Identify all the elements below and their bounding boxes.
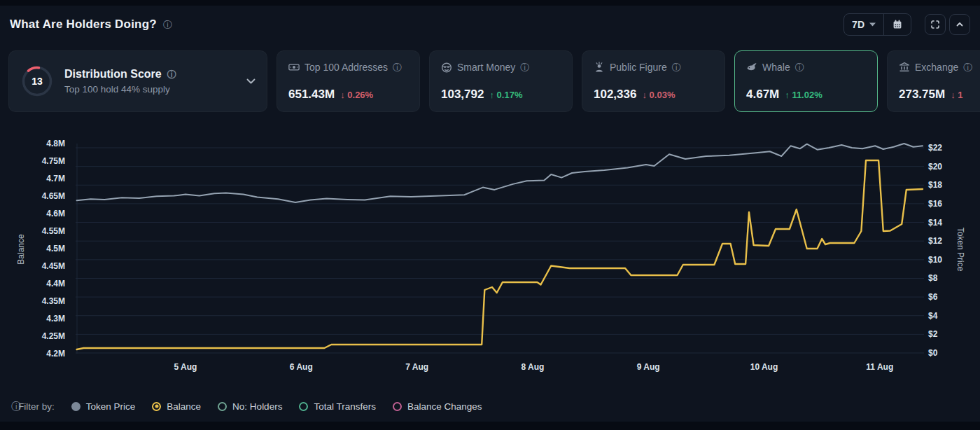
right-tick-label: $10 — [928, 255, 942, 265]
timeframe-control: 7D — [844, 13, 911, 36]
fullscreen-icon — [930, 19, 941, 30]
widget-header: What Are Holders Doing? ⓘ 7D — [0, 6, 980, 42]
right-tick-label: $18 — [928, 180, 942, 190]
chevron-down-icon — [869, 22, 876, 27]
stat-label: Smart Money — [457, 62, 515, 73]
stat-card-top-100-addresses[interactable]: Top 100 Addresses ⓘ 651.43M ↓ 0.26% — [276, 50, 420, 112]
public-figure-icon — [594, 62, 605, 73]
stat-card-exchange[interactable]: Exchange ⓘ 273.75M ↓ 1 — [887, 50, 980, 112]
legend-item-total-transfers[interactable]: Total Transfers — [299, 401, 376, 412]
calendar-icon — [892, 19, 903, 30]
right-tick-label: $12 — [928, 236, 942, 246]
stat-change: ↓ 0.26% — [340, 90, 373, 100]
stat-card-whale[interactable]: Whale ⓘ 4.67M ↑ 11.02% — [734, 50, 878, 112]
right-tick-label: $0 — [928, 348, 937, 358]
distribution-score-value: 13 — [20, 64, 54, 98]
stat-value: 651.43M — [288, 88, 335, 102]
stat-card-public-figure[interactable]: Public Figure ⓘ 102,336 ↓ 0.03% — [582, 50, 725, 112]
title-info-icon[interactable]: ⓘ — [163, 20, 172, 29]
stat-value: 102,336 — [594, 88, 636, 102]
radio-indicator — [152, 402, 161, 411]
chevron-up-icon — [954, 19, 965, 30]
right-tick-label: $6 — [928, 292, 937, 302]
legend-item-label: Balance Changes — [407, 401, 482, 412]
distribution-gauge: 13 — [20, 64, 54, 98]
series-token-price — [77, 144, 923, 202]
chevron-down-icon[interactable] — [246, 78, 255, 85]
holders-widget: What Are Holders Doing? ⓘ 7D — [0, 0, 980, 430]
left-tick-label: 4.75M — [42, 156, 65, 166]
left-tick-label: 4.7M — [46, 174, 65, 183]
legend-item-label: No: Holders — [232, 401, 282, 412]
ring-indicator — [393, 402, 402, 411]
page-title: What Are Holders Doing? — [10, 18, 157, 32]
distribution-score-card[interactable]: 13 Distribution Score ⓘ Top 100 hold 44%… — [8, 50, 267, 112]
left-tick-label: 4.2M — [46, 349, 65, 359]
left-tick-label: 4.25M — [42, 331, 65, 341]
left-axis-ticks: 4.8M4.75M4.7M4.65M4.6M4.55M4.5M4.45M4.4M… — [0, 112, 68, 391]
fullscreen-button[interactable] — [925, 14, 946, 35]
bottom-strip — [0, 422, 980, 430]
left-tick-label: 4.6M — [46, 209, 65, 219]
whale-icon — [746, 62, 757, 73]
x-tick-label: 8 Aug — [521, 362, 544, 372]
calendar-button[interactable] — [884, 14, 911, 35]
distribution-title: Distribution Score — [64, 68, 162, 81]
smart-money-icon — [441, 62, 452, 73]
left-tick-label: 4.5M — [46, 244, 65, 254]
stat-change: ↓ 1 — [951, 90, 962, 100]
chart-plot[interactable] — [0, 112, 980, 391]
info-icon[interactable]: ⓘ — [672, 63, 681, 72]
stat-cards-row: 13 Distribution Score ⓘ Top 100 hold 44%… — [8, 50, 972, 112]
left-tick-label: 4.55M — [42, 226, 65, 236]
legend-item-label: Total Transfers — [314, 401, 376, 412]
chart-legend: ⓘ Filter by: Token PriceBalanceNo: Holde… — [0, 392, 980, 420]
legend-item-label: Balance — [167, 401, 201, 412]
stat-value: 4.67M — [746, 88, 779, 102]
info-icon[interactable]: ⓘ — [963, 63, 972, 72]
legend-items: Token PriceBalanceNo: HoldersTotal Trans… — [71, 401, 482, 412]
left-tick-label: 4.4M — [46, 279, 65, 289]
ring-indicator — [218, 402, 227, 411]
stat-label: Whale — [762, 62, 790, 73]
legend-item-token-price[interactable]: Token Price — [71, 401, 136, 412]
left-tick-label: 4.3M — [46, 314, 65, 324]
radio-dot — [155, 405, 158, 408]
filter-by-label: Filter by: — [18, 401, 55, 412]
stat-label: Public Figure — [610, 62, 667, 73]
legend-item-balance-changes[interactable]: Balance Changes — [393, 401, 482, 412]
ring-indicator — [299, 402, 308, 411]
right-tick-label: $4 — [928, 311, 937, 321]
legend-item-balance[interactable]: Balance — [152, 401, 201, 412]
right-tick-label: $20 — [928, 162, 942, 172]
legend-item-no-holders[interactable]: No: Holders — [218, 401, 282, 412]
x-tick-label: 9 Aug — [637, 362, 660, 372]
x-tick-label: 7 Aug — [405, 362, 428, 372]
left-tick-label: 4.35M — [42, 296, 65, 306]
left-tick-label: 4.8M — [46, 139, 65, 148]
stat-label: Top 100 Addresses — [304, 62, 388, 73]
x-tick-label: 5 Aug — [174, 362, 197, 372]
right-tick-label: $22 — [928, 143, 942, 153]
distribution-subtitle: Top 100 hold 44% supply — [64, 84, 236, 95]
stat-card-smart-money[interactable]: Smart Money ⓘ 103,792 ↑ 0.17% — [429, 50, 573, 112]
holders-chart: Balance Token Price 4.8M4.75M4.7M4.65M4.… — [0, 112, 980, 391]
banknote-icon — [288, 62, 300, 73]
x-tick-label: 10 Aug — [750, 362, 778, 372]
collapse-button[interactable] — [949, 14, 970, 35]
info-icon[interactable]: ⓘ — [393, 63, 402, 72]
right-axis-title: Token Price — [955, 228, 965, 272]
timeframe-dropdown[interactable]: 7D — [844, 14, 883, 35]
stat-value: 273.75M — [899, 88, 945, 102]
stat-value: 103,792 — [441, 88, 484, 102]
x-tick-label: 6 Aug — [290, 362, 313, 372]
top-strip — [0, 0, 980, 6]
stat-change: ↓ 0.03% — [642, 90, 675, 100]
info-icon[interactable]: ⓘ — [795, 63, 804, 72]
legend-item-label: Token Price — [86, 401, 136, 412]
stat-label: Exchange — [915, 62, 958, 73]
info-icon[interactable]: ⓘ — [167, 70, 176, 79]
right-tick-label: $16 — [928, 199, 942, 209]
x-tick-label: 11 Aug — [866, 362, 893, 372]
info-icon[interactable]: ⓘ — [520, 63, 529, 72]
